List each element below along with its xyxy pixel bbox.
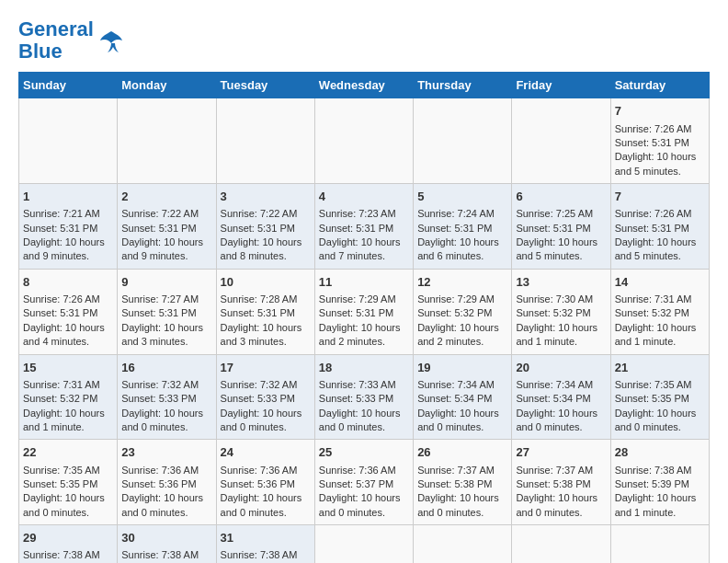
calendar-cell: 31Sunrise: 7:38 AMSunset: 5:41 PMDayligh… [216,525,314,563]
calendar-cell: 22Sunrise: 7:35 AMSunset: 5:35 PMDayligh… [19,440,118,525]
calendar-row-0: 7Sunrise: 7:26 AMSunset: 5:31 PMDaylight… [19,98,710,184]
calendar-cell: 24Sunrise: 7:36 AMSunset: 5:36 PMDayligh… [216,440,314,525]
day-number: 9 [121,274,211,291]
calendar-cell [314,525,413,563]
daylight-text: Daylight: 10 hours and 0 minutes. [221,408,302,432]
calendar-cell: 16Sunrise: 7:32 AMSunset: 5:33 PMDayligh… [118,354,216,440]
logo-blue: Blue [18,40,63,63]
header-row: SundayMondayTuesdayWednesdayThursdayFrid… [19,73,710,98]
daylight-text: Daylight: 10 hours and 0 minutes. [319,408,401,432]
day-number: 18 [319,360,409,376]
sunset-text: Sunset: 5:33 PM [121,393,196,404]
sunset-text: Sunset: 5:39 PM [615,478,689,489]
day-number: 7 [615,103,705,120]
daylight-text: Daylight: 10 hours and 2 minutes. [319,322,401,347]
daylight-text: Daylight: 10 hours and 5 minutes. [615,151,697,176]
calendar-cell: 28Sunrise: 7:38 AMSunset: 5:39 PMDayligh… [610,440,709,525]
day-number: 20 [516,360,606,376]
sunset-text: Sunset: 5:33 PM [319,393,393,404]
sunset-text: Sunset: 5:34 PM [516,393,590,404]
sunset-text: Sunset: 5:35 PM [615,393,689,404]
day-number: 22 [23,444,113,461]
sunset-text: Sunset: 5:31 PM [516,223,590,234]
day-header-monday: Monday [118,73,216,98]
day-number: 5 [417,189,507,205]
calendar-cell [118,98,216,184]
day-number: 15 [23,360,113,376]
sunset-text: Sunset: 5:36 PM [221,478,295,489]
daylight-text: Daylight: 10 hours and 0 minutes. [516,408,597,432]
day-number: 31 [221,530,311,546]
sunset-text: Sunset: 5:37 PM [319,478,393,489]
calendar-cell: 10Sunrise: 7:28 AMSunset: 5:31 PMDayligh… [216,269,314,354]
sunset-text: Sunset: 5:35 PM [23,478,97,489]
sunrise-text: Sunrise: 7:27 AM [121,293,199,304]
sunrise-text: Sunrise: 7:34 AM [516,379,593,390]
sunrise-text: Sunrise: 7:34 AM [417,379,495,390]
calendar-row-2: 8Sunrise: 7:26 AMSunset: 5:31 PMDaylight… [19,269,710,354]
day-number: 8 [23,274,113,291]
calendar-cell: 21Sunrise: 7:35 AMSunset: 5:35 PMDayligh… [610,354,709,440]
calendar-cell: 12Sunrise: 7:29 AMSunset: 5:32 PMDayligh… [414,269,512,354]
daylight-text: Daylight: 10 hours and 1 minute. [516,322,597,347]
day-header-thursday: Thursday [414,73,512,98]
sunrise-text: Sunrise: 7:25 AM [516,208,593,219]
sunset-text: Sunset: 5:31 PM [221,307,295,318]
day-number: 13 [516,274,606,291]
calendar-cell: 23Sunrise: 7:36 AMSunset: 5:36 PMDayligh… [118,440,216,525]
calendar-cell: 7Sunrise: 7:26 AMSunset: 5:31 PMDaylight… [610,184,709,270]
daylight-text: Daylight: 10 hours and 8 minutes. [221,236,302,261]
daylight-text: Daylight: 10 hours and 9 minutes. [23,236,105,261]
sunrise-text: Sunrise: 7:37 AM [516,465,593,476]
sunrise-text: Sunrise: 7:35 AM [615,379,692,390]
daylight-text: Daylight: 10 hours and 0 minutes. [121,408,203,432]
day-number: 24 [221,444,311,461]
calendar-cell: 27Sunrise: 7:37 AMSunset: 5:38 PMDayligh… [512,440,610,525]
sunrise-text: Sunrise: 7:24 AM [417,208,495,219]
daylight-text: Daylight: 10 hours and 1 minute. [615,492,697,517]
calendar-cell: 30Sunrise: 7:38 AMSunset: 5:40 PMDayligh… [118,525,216,563]
sunset-text: Sunset: 5:31 PM [23,223,97,234]
sunset-text: Sunset: 5:38 PM [417,478,492,489]
daylight-text: Daylight: 10 hours and 1 minute. [23,408,105,432]
sunrise-text: Sunrise: 7:26 AM [615,208,692,219]
calendar-cell: 17Sunrise: 7:32 AMSunset: 5:33 PMDayligh… [216,354,314,440]
calendar-cell: 13Sunrise: 7:30 AMSunset: 5:32 PMDayligh… [512,269,610,354]
calendar-cell [512,98,610,184]
sunrise-text: Sunrise: 7:38 AM [615,465,692,476]
day-number: 7 [615,189,705,205]
sunrise-text: Sunrise: 7:31 AM [23,379,100,390]
sunrise-text: Sunrise: 7:36 AM [121,465,199,476]
calendar-cell: 5Sunrise: 7:24 AMSunset: 5:31 PMDaylight… [414,184,512,270]
sunrise-text: Sunrise: 7:29 AM [417,293,495,304]
sunrise-text: Sunrise: 7:38 AM [121,549,199,560]
day-header-tuesday: Tuesday [216,73,314,98]
sunset-text: Sunset: 5:31 PM [121,223,196,234]
day-number: 25 [319,444,409,461]
day-header-friday: Friday [512,73,610,98]
sunrise-text: Sunrise: 7:21 AM [23,208,100,219]
daylight-text: Daylight: 10 hours and 5 minutes. [615,236,697,261]
sunrise-text: Sunrise: 7:31 AM [615,293,692,304]
calendar-cell: 2Sunrise: 7:22 AMSunset: 5:31 PMDaylight… [118,184,216,270]
day-number: 3 [221,189,311,205]
calendar-cell [314,98,413,184]
logo: General Blue [18,18,125,63]
sunrise-text: Sunrise: 7:22 AM [121,208,199,219]
sunrise-text: Sunrise: 7:38 AM [221,549,298,560]
daylight-text: Daylight: 10 hours and 0 minutes. [121,492,203,517]
calendar-cell: 19Sunrise: 7:34 AMSunset: 5:34 PMDayligh… [414,354,512,440]
sunset-text: Sunset: 5:34 PM [417,393,492,404]
sunset-text: Sunset: 5:32 PM [417,307,492,318]
calendar-cell: 6Sunrise: 7:25 AMSunset: 5:31 PMDaylight… [512,184,610,270]
calendar-cell: 14Sunrise: 7:31 AMSunset: 5:32 PMDayligh… [610,269,709,354]
calendar-row-3: 15Sunrise: 7:31 AMSunset: 5:32 PMDayligh… [19,354,710,440]
calendar-cell: 9Sunrise: 7:27 AMSunset: 5:31 PMDaylight… [118,269,216,354]
sunrise-text: Sunrise: 7:29 AM [319,293,396,304]
day-number: 30 [121,530,211,546]
daylight-text: Daylight: 10 hours and 0 minutes. [23,492,105,517]
calendar-cell: 1Sunrise: 7:21 AMSunset: 5:31 PMDaylight… [19,184,118,270]
sunset-text: Sunset: 5:31 PM [221,223,295,234]
calendar-cell [414,525,512,563]
sunrise-text: Sunrise: 7:32 AM [121,379,199,390]
